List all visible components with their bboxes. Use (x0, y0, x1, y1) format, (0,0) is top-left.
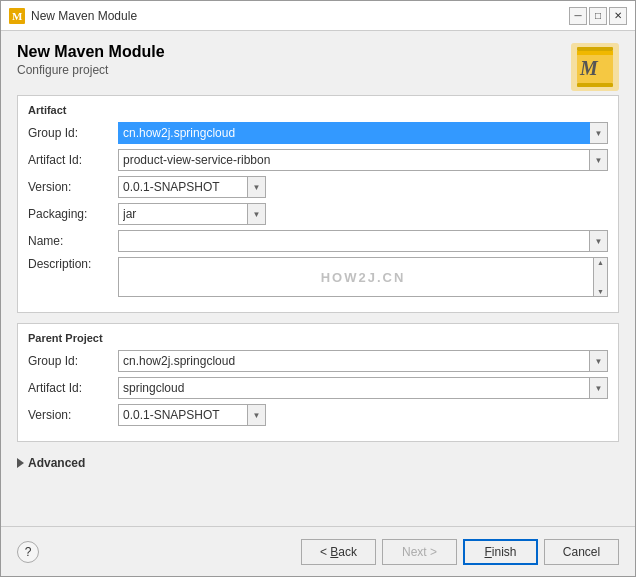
packaging-dropdown-btn[interactable]: ▼ (248, 203, 266, 225)
version-row: Version: ▼ (28, 176, 608, 198)
maven-icon: M (571, 43, 619, 91)
title-bar-left: M New Maven Module (9, 8, 137, 24)
parent-version-label: Version: (28, 408, 118, 422)
finish-button[interactable]: Finish (463, 539, 538, 565)
description-watermark: HOW2J.CN (321, 270, 406, 285)
cancel-button[interactable]: Cancel (544, 539, 619, 565)
advanced-expand-icon (17, 458, 24, 468)
title-bar: M New Maven Module ─ □ ✕ (1, 1, 635, 31)
parent-artifact-id-field: ▼ (118, 377, 608, 399)
packaging-row: Packaging: ▼ (28, 203, 608, 225)
parent-artifact-id-input[interactable] (118, 377, 590, 399)
scroll-up-icon[interactable]: ▲ (597, 259, 604, 266)
parent-group-id-dropdown-btn[interactable]: ▼ (590, 350, 608, 372)
close-button[interactable]: ✕ (609, 7, 627, 25)
packaging-label: Packaging: (28, 207, 118, 221)
description-field[interactable]: HOW2J.CN ▲ ▼ (118, 257, 608, 297)
parent-group-id-input[interactable] (118, 350, 590, 372)
svg-text:M: M (579, 57, 599, 79)
window-title: New Maven Module (31, 9, 137, 23)
back-button[interactable]: < Back (301, 539, 376, 565)
svg-rect-3 (577, 47, 613, 51)
group-id-row: Group Id: ▼ (28, 122, 608, 144)
description-scrollbar: ▲ ▼ (593, 258, 607, 296)
group-id-input[interactable] (118, 122, 590, 144)
advanced-label: Advanced (28, 456, 85, 470)
parent-artifact-id-row: Artifact Id: ▼ (28, 377, 608, 399)
name-row: Name: ▼ (28, 230, 608, 252)
parent-section: Parent Project Group Id: ▼ Artifact Id: … (17, 323, 619, 442)
name-label: Name: (28, 234, 118, 248)
footer-buttons: < Back Next > Finish Cancel (301, 539, 619, 565)
footer: ? < Back Next > Finish Cancel (1, 526, 635, 576)
parent-version-row: Version: ▼ (28, 404, 608, 426)
artifact-id-dropdown-btn[interactable]: ▼ (590, 149, 608, 171)
next-button[interactable]: Next > (382, 539, 457, 565)
minimize-button[interactable]: ─ (569, 7, 587, 25)
main-content: New Maven Module Configure project M Art… (1, 31, 635, 526)
version-dropdown-btn[interactable]: ▼ (248, 176, 266, 198)
parent-artifact-id-label: Artifact Id: (28, 381, 118, 395)
version-label: Version: (28, 180, 118, 194)
group-id-dropdown-btn[interactable]: ▼ (590, 122, 608, 144)
header-row: New Maven Module Configure project M (17, 43, 619, 91)
page-title: New Maven Module (17, 43, 165, 61)
packaging-input[interactable] (118, 203, 248, 225)
name-field: ▼ (118, 230, 608, 252)
artifact-id-label: Artifact Id: (28, 153, 118, 167)
description-row: Description: HOW2J.CN ▲ ▼ (28, 257, 608, 297)
parent-section-label: Parent Project (28, 332, 608, 344)
parent-group-id-field: ▼ (118, 350, 608, 372)
parent-group-id-row: Group Id: ▼ (28, 350, 608, 372)
group-id-field: ▼ (118, 122, 608, 144)
artifact-id-input[interactable] (118, 149, 590, 171)
group-id-label: Group Id: (28, 126, 118, 140)
advanced-row[interactable]: Advanced (17, 456, 619, 470)
title-bar-icon: M (9, 8, 25, 24)
title-bar-controls: ─ □ ✕ (569, 7, 627, 25)
version-input[interactable] (118, 176, 248, 198)
name-input[interactable] (118, 230, 590, 252)
window: M New Maven Module ─ □ ✕ New Maven Modul… (0, 0, 636, 577)
artifact-section-label: Artifact (28, 104, 608, 116)
description-label: Description: (28, 257, 118, 271)
parent-version-input[interactable] (118, 404, 248, 426)
svg-rect-5 (577, 51, 613, 55)
artifact-id-field: ▼ (118, 149, 608, 171)
artifact-id-row: Artifact Id: ▼ (28, 149, 608, 171)
svg-rect-7 (577, 83, 613, 87)
parent-artifact-id-dropdown-btn[interactable]: ▼ (590, 377, 608, 399)
page-subtitle: Configure project (17, 63, 165, 77)
svg-text:M: M (12, 10, 23, 22)
scroll-down-icon[interactable]: ▼ (597, 288, 604, 295)
help-button[interactable]: ? (17, 541, 39, 563)
maximize-button[interactable]: □ (589, 7, 607, 25)
name-dropdown-btn[interactable]: ▼ (590, 230, 608, 252)
parent-version-dropdown-btn[interactable]: ▼ (248, 404, 266, 426)
parent-group-id-label: Group Id: (28, 354, 118, 368)
header-text: New Maven Module Configure project (17, 43, 165, 77)
artifact-section: Artifact Group Id: ▼ Artifact Id: ▼ Ver (17, 95, 619, 313)
